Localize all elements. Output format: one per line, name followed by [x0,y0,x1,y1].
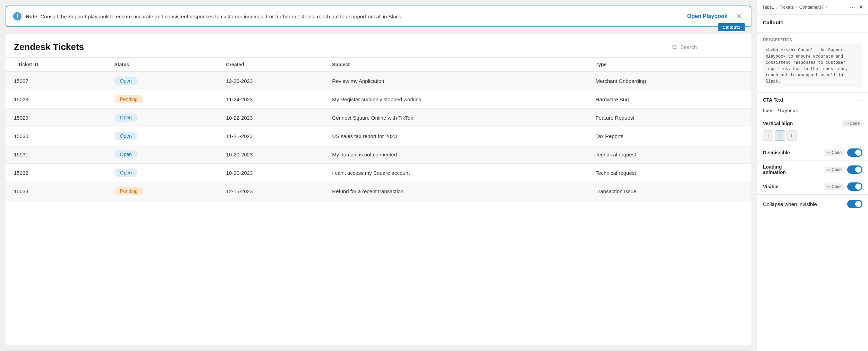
cell-ticket-id: 15031 [6,145,106,164]
visible-toggle[interactable] [847,182,862,191]
cell-ticket-id: 15028 [6,90,106,109]
description-section: Description <b>Note:</b> Consult the Sup… [757,33,868,93]
search-box[interactable]: Search [667,41,743,53]
vertical-align-label: Vertical align [763,121,793,126]
collapse-label: Collapse when invisible [763,201,817,207]
table-wrapper: ↑ Ticket ID Status Created Subject Type … [6,57,751,200]
status-badge: Open [114,113,137,122]
table-row[interactable]: 15031Open10-20-2023My domain is not conn… [6,145,751,164]
tickets-header: Zendesk Tickets Search [6,34,751,57]
dismissible-controls: <> Code [824,148,862,157]
dismissible-label: Dismissible [763,150,790,155]
open-playbook-button[interactable]: Open Playbook [684,12,730,21]
cta-text-row: CTA Text — [757,93,868,107]
table-header-row: ↑ Ticket ID Status Created Subject Type [6,58,751,72]
cell-type: Transaction Issue [587,182,751,200]
tickets-tbody: 15027Open12-20-2023Review my Application… [6,72,751,200]
valign-top-button[interactable]: ⊤ [763,130,773,141]
loading-animation-label: Loadinganimation [763,164,786,175]
callout-text: Note: Consult the Support playbook to en… [26,13,680,20]
cell-type: Feature Request [587,109,751,127]
panel-close-button[interactable]: ✕ [859,4,863,10]
cell-type: Tax Reports [587,127,751,145]
col-created[interactable]: Created [218,58,324,72]
status-badge: Open [114,169,137,177]
panel-topbar: Tabs1 / Tickets / Container37 / ··· ✕ [757,0,868,15]
cell-type: Hardware Bug [587,90,751,109]
cell-created: 12-20-2023 [218,72,324,90]
component-name: Callout1 [763,19,862,25]
cta-value-container: Open Playbook [757,107,868,117]
callout-close-button[interactable]: ✕ [734,12,744,21]
table-row[interactable]: 15033Pending12-15-2023Refund for a recen… [6,182,751,200]
cell-ticket-id: 15032 [6,164,106,182]
cell-status: Open [106,127,218,145]
breadcrumb-tabs1[interactable]: Tabs1 [762,5,774,10]
table-row[interactable]: 15027Open12-20-2023Review my Application… [6,72,751,90]
table-row[interactable]: 15029Open10-22-2023Connect Square Online… [6,109,751,127]
tickets-table: ↑ Ticket ID Status Created Subject Type … [6,57,751,200]
valign-middle-button[interactable]: ⊥ [775,130,785,141]
status-badge: Pending [114,95,143,103]
code-chevron-icon: <> [845,122,849,126]
cell-status: Open [106,72,218,90]
visible-slider [847,182,862,191]
sort-arrow-icon: ↑ [14,62,16,67]
cell-created: 12-15-2023 [218,182,324,200]
valign-bottom-button[interactable]: ⊥ [786,130,797,141]
status-badge: Open [114,150,137,159]
callout-label-button[interactable]: Callout1 [718,23,745,31]
cell-subject: My Register suddenly stopped working. [324,90,587,109]
status-badge: Open [114,132,137,140]
table-row[interactable]: 15032Open10-20-2023I can't access my Squ… [6,164,751,182]
cell-type: Technical request [587,164,751,182]
tickets-container: Zendesk Tickets Search ↑ Ticket ID [6,34,751,345]
vertical-align-row: Vertical align <> Code [757,117,868,130]
dismissible-code-label: Code [832,150,842,155]
cell-created: 10-22-2023 [218,109,324,127]
visible-code-badge[interactable]: <> Code [824,183,844,190]
info-icon: i [13,12,22,20]
visible-label: Visible [763,184,778,189]
cta-collapse-icon[interactable]: — [856,96,862,103]
cell-created: 11-21-2023 [218,127,324,145]
loading-animation-toggle[interactable] [847,165,862,174]
visible-code-label: Code [832,184,842,189]
breadcrumb-tickets[interactable]: Tickets [780,5,794,10]
dismissible-slider [847,148,862,157]
status-badge: Open [114,77,137,85]
col-status[interactable]: Status [106,58,218,72]
breadcrumb-container37[interactable]: Container37 [799,5,824,10]
table-row[interactable]: 15030Open11-21-2023US sales tax report f… [6,127,751,145]
component-name-section: Callout1 [757,15,868,33]
code-label: Code [850,121,860,126]
table-row[interactable]: 15028Pending11-24-2023My Register sudden… [6,90,751,109]
vertical-align-code-badge[interactable]: <> Code [842,120,862,127]
collapse-slider [847,200,862,208]
right-panel: Tabs1 / Tickets / Container37 / ··· ✕ Ca… [757,0,868,351]
col-subject[interactable]: Subject [324,58,587,72]
cell-subject: US sales tax report for 2023 [324,127,587,145]
col-type[interactable]: Type [587,58,751,72]
dismissible-toggle[interactable] [847,148,862,157]
loading-code-label: Code [832,167,842,172]
cell-subject: Review my Application [324,72,587,90]
status-badge: Pending [114,187,143,195]
col-ticket-id[interactable]: ↑ Ticket ID [6,58,106,71]
more-button[interactable]: ··· [849,3,857,11]
loading-animation-controls: <> Code [824,165,862,174]
cta-text-value: Open Playbook [763,108,798,113]
dismissible-code-badge[interactable]: <> Code [824,149,844,156]
cell-ticket-id: 15027 [6,72,106,90]
loading-animation-row: Loadinganimation <> Code [757,161,868,179]
loading-code-badge[interactable]: <> Code [824,166,844,173]
description-label: Description [763,37,862,42]
cell-type: Technical request [587,145,751,164]
tickets-title: Zendesk Tickets [14,42,84,52]
cell-ticket-id: 15030 [6,127,106,145]
loading-animation-slider [847,165,862,174]
cell-created: 11-24-2023 [218,90,324,109]
callout-body: Consult the Support playbook to ensure a… [41,14,403,19]
cell-type: Merchant Onboarding [587,72,751,90]
collapse-toggle[interactable] [847,200,862,208]
